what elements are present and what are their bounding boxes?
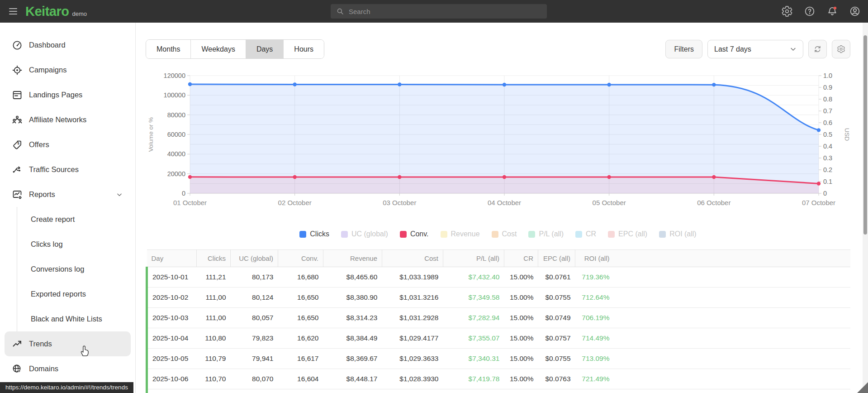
legend-label: UC (global) — [351, 230, 388, 238]
cell-roi-all: 713.09% — [575, 349, 614, 369]
sidebar-item-label: Traffic Sources — [29, 165, 79, 174]
scrollbar-track[interactable] — [863, 23, 868, 393]
reports-chart-icon — [12, 189, 23, 200]
global-search[interactable] — [331, 4, 547, 19]
menu-toggle-icon[interactable] — [0, 0, 21, 23]
dashboard-gauge-icon — [12, 40, 23, 51]
column-header-conv[interactable]: Conv. — [278, 250, 323, 267]
cell-cr: 15.00% — [504, 308, 538, 328]
cell-filler — [614, 288, 851, 308]
refresh-icon — [813, 45, 822, 53]
sidebar-subitem-exported-reports[interactable]: Exported reports — [17, 282, 135, 307]
search-input[interactable] — [349, 8, 541, 15]
chart-settings-button[interactable] — [832, 40, 850, 58]
table-row[interactable]: 2025-10-03111,0080,05716,650$8,314.23$1,… — [147, 308, 851, 328]
account-icon[interactable] — [849, 5, 861, 17]
cell-cr: 15.00% — [504, 349, 538, 369]
table-row[interactable]: 2025-10-0764,4344,4579,942$4,962.04$587.… — [147, 389, 851, 393]
sidebar-item-traffic-sources[interactable]: Traffic Sources — [5, 157, 131, 182]
refresh-button[interactable] — [808, 40, 827, 58]
sidebar-item-dashboard[interactable]: Dashboard — [5, 33, 131, 58]
legend-item-clicks[interactable]: Clicks — [299, 230, 329, 238]
toolbar-controls: Filters Last 7 days — [665, 40, 850, 58]
legend-swatch — [575, 231, 582, 238]
tab-hours[interactable]: Hours — [283, 40, 324, 58]
svg-text:80000: 80000 — [167, 111, 185, 119]
help-icon[interactable] — [804, 5, 816, 17]
svg-text:20000: 20000 — [167, 170, 185, 177]
column-header-revenue[interactable]: Revenue — [323, 250, 382, 267]
tab-days[interactable]: Days — [246, 40, 283, 58]
column-header-uc-global[interactable]: UC (global) — [231, 250, 278, 267]
table-row[interactable]: 2025-10-05110,7979,94116,617$8,369.67$1,… — [147, 349, 851, 369]
svg-text:0.7: 0.7 — [823, 107, 832, 115]
table-row[interactable]: 2025-10-04110,8079,82316,620$8,384.49$1,… — [147, 328, 851, 349]
legend-swatch — [341, 231, 348, 238]
settings-icon[interactable] — [781, 5, 793, 17]
legend-item-revenue[interactable]: Revenue — [441, 230, 480, 238]
legend-item-cr[interactable]: CR — [575, 230, 596, 238]
tab-months[interactable]: Months — [146, 40, 190, 58]
cell-roi-all: 719.36% — [575, 267, 614, 288]
cell-p-l-all: $7,282.94 — [443, 308, 504, 328]
brand-logo[interactable]: Keitaro demo — [25, 4, 87, 19]
tab-weekdays[interactable]: Weekdays — [190, 40, 245, 58]
table-row[interactable]: 2025-10-06110,7080,07016,604$8,448.17$1,… — [147, 369, 851, 389]
gear-icon — [837, 45, 845, 53]
sidebar-item-campaigns[interactable]: Campaigns — [5, 58, 131, 82]
sidebar-item-landings-pages[interactable]: Landings Pages — [5, 82, 131, 107]
legend-item-uc-global[interactable]: UC (global) — [341, 230, 388, 238]
cell-uc-global: 80,057 — [231, 308, 278, 328]
cell-uc-global: 79,941 — [231, 349, 278, 369]
cell-day: 2025-10-06 — [147, 369, 197, 389]
cell-revenue: $8,465.60 — [323, 267, 382, 288]
sidebar-item-label: Campaigns — [29, 66, 66, 74]
cell-clicks: 111,00 — [197, 308, 231, 328]
legend-item-roi-all[interactable]: ROI (all) — [659, 230, 697, 238]
sidebar-item-affiliate-networks[interactable]: Affiliate Networks — [5, 107, 131, 132]
table-row[interactable]: 2025-10-02111,0080,12416,650$8,380.90$1,… — [147, 288, 851, 308]
sidebar-item-offers[interactable]: $Offers — [5, 132, 131, 157]
cell-conv: 16,650 — [278, 308, 323, 328]
legend-swatch — [299, 231, 306, 238]
cell-roi-all: 712.64% — [575, 288, 614, 308]
date-range-select[interactable]: Last 7 days — [707, 40, 803, 58]
column-header-p-l-all[interactable]: P/L (all) — [443, 250, 504, 267]
notifications-icon[interactable] — [826, 5, 838, 17]
cell-conv: 16,617 — [278, 349, 323, 369]
cell-day: 2025-10-05 — [147, 349, 197, 369]
cell-clicks: 110,80 — [197, 328, 231, 349]
cell-cost: $1,029.4177 — [382, 328, 443, 349]
legend-label: CR — [586, 230, 596, 238]
column-header-cost[interactable]: Cost — [382, 250, 443, 267]
cell-conv: 16,680 — [278, 267, 323, 288]
table-row[interactable]: 2025-10-01111,2180,17316,680$8,465.60$1,… — [147, 267, 851, 288]
legend-item-epc-all[interactable]: EPC (all) — [608, 230, 647, 238]
sidebar-item-reports[interactable]: Reports — [5, 182, 131, 207]
sidebar-subitem-create-report[interactable]: Create report — [17, 207, 135, 232]
legend-item-cost[interactable]: Cost — [492, 230, 517, 238]
cell-roi-all: 714.49% — [575, 328, 614, 349]
scrollbar-thumb[interactable] — [863, 35, 867, 235]
svg-text:02 October: 02 October — [278, 199, 312, 206]
sidebar-subitem-clicks-log[interactable]: Clicks log — [17, 232, 135, 257]
notification-dot — [834, 7, 836, 10]
domains-globe-icon — [12, 364, 23, 374]
cell-revenue: $8,314.23 — [323, 308, 382, 328]
column-header-epc-all[interactable]: EPC (all) — [538, 250, 575, 267]
column-header-cr[interactable]: CR — [504, 250, 538, 267]
cell-epc-all: $0.0755 — [538, 349, 575, 369]
legend-item-p-l-all[interactable]: P/L (all) — [528, 230, 564, 238]
filters-button[interactable]: Filters — [665, 40, 702, 58]
sidebar-item-label: Offers — [29, 140, 49, 149]
sidebar-item-domains[interactable]: Domains — [5, 356, 131, 381]
column-header-day[interactable]: Day — [147, 250, 197, 267]
sidebar-subitem-conversions-log[interactable]: Conversions log — [17, 257, 135, 282]
chevron-down-icon — [790, 46, 797, 53]
sidebar-subitem-black-and-white-lists[interactable]: Black and White Lists — [17, 307, 135, 331]
column-header-roi-all[interactable]: ROI (all) — [575, 250, 614, 267]
sidebar-item-trends[interactable]: Trends — [5, 331, 131, 356]
cell-p-l-all: $7,340.31 — [443, 349, 504, 369]
column-header-clicks[interactable]: Clicks — [197, 250, 231, 267]
legend-item-conv[interactable]: Conv. — [400, 230, 429, 238]
